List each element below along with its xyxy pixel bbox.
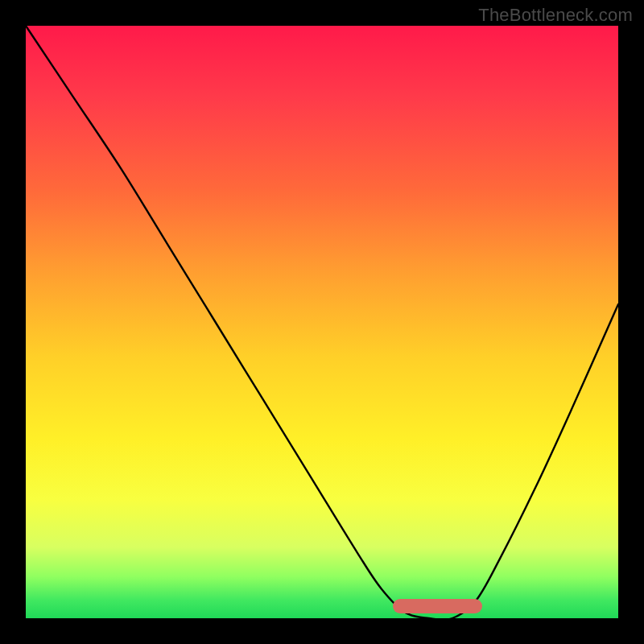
bottleneck-curve <box>26 26 618 618</box>
optimal-range-marker <box>393 599 481 613</box>
watermark-text: TheBottleneck.com <box>478 5 633 26</box>
chart-plot-area <box>26 26 618 618</box>
